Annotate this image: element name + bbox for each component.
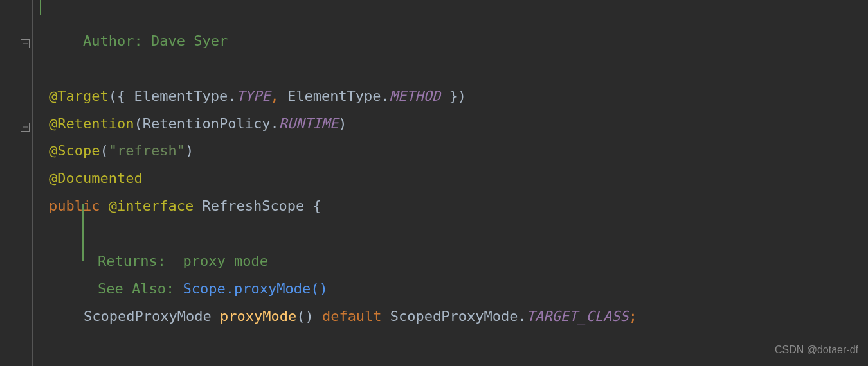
code-line: @Retention(RetentionPolicy.RUNTIME) [35, 110, 868, 138]
seealso-label: See Also: [98, 281, 174, 297]
returns-label: Returns: [98, 253, 166, 269]
code-line: Returns: proxy mode [35, 248, 868, 275]
code-line: @Target({ ElementType.TYPE, ElementType.… [35, 83, 868, 110]
fold-icon[interactable] [21, 122, 30, 131]
annotation: @Target [49, 88, 109, 104]
code-line: } [35, 358, 868, 366]
watermark: CSDN @dotaer-df [775, 340, 858, 360]
code-line: @Documented [35, 165, 868, 193]
string-literal: "refresh" [109, 143, 185, 159]
annotation: @Scope [49, 143, 100, 159]
author-label: Author: [83, 33, 143, 49]
code-line: Author: Dave Syer [35, 0, 868, 83]
gutter [0, 0, 32, 366]
code-line: See Also: Scope.proxyMode() [35, 275, 868, 303]
code-line: ScopedProxyMode proxyMode() default Scop… [35, 303, 868, 331]
seealso-link[interactable]: Scope.proxyMode() [183, 281, 327, 297]
gutter-line [32, 0, 33, 366]
annotation: @Retention [49, 116, 134, 132]
code-line: @Scope("refresh") [35, 137, 868, 165]
author-name: Dave Syer [143, 33, 228, 49]
empty-line [35, 220, 868, 248]
method-name: proxyMode [220, 308, 296, 324]
fold-icon[interactable] [21, 39, 30, 48]
keyword: public [49, 198, 109, 214]
annotation: @Documented [49, 170, 143, 186]
code-area[interactable]: Author: Dave Syer @Target({ ElementType.… [35, 0, 868, 366]
code-line: public @interface RefreshScope { [35, 193, 868, 220]
empty-line [35, 331, 868, 358]
returns-value: proxy mode [183, 253, 267, 269]
